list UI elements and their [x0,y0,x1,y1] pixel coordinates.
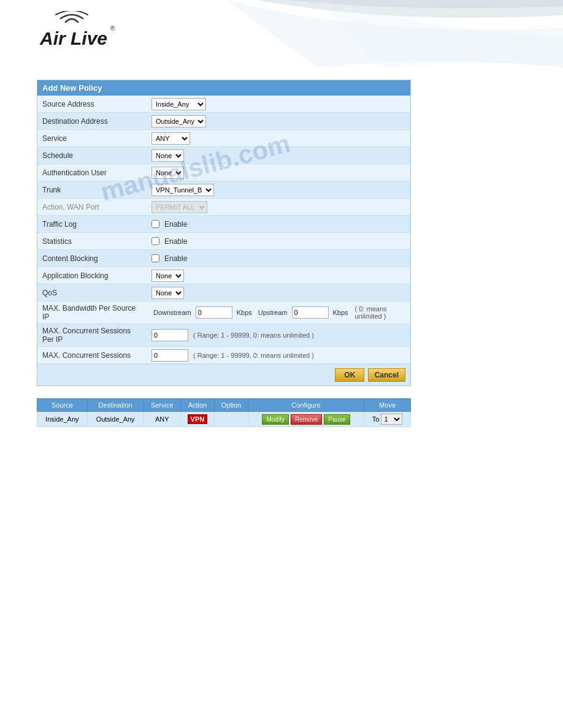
action-wan-port-label: Action, WAN Port [37,200,148,214]
row-service: ANY [144,412,180,427]
col-option: Option [215,399,248,412]
row-destination: Outside_Any [87,412,144,427]
content-blocking-checkbox[interactable] [151,254,159,262]
content-blocking-label: Content Blocking [37,252,148,265]
max-concurrent-input[interactable] [151,349,188,362]
service-label: Service [37,132,148,145]
statistics-row: Statistics Enable [37,233,410,250]
destination-address-label: Destination Address [37,115,148,128]
trunk-label: Trunk [37,183,148,197]
max-bandwidth-row: MAX. Bandwidth Per Source IP Downstream … [37,301,410,324]
source-address-row: Source Address Inside_Any Outside_Any AN… [37,96,410,113]
statistics-checkbox[interactable] [151,237,159,245]
form-title: Add New Policy [37,80,410,96]
row-move: To 1 2 3 [364,412,411,427]
downstream-input[interactable] [196,306,232,319]
schedule-row: Schedule None [37,147,410,164]
destination-address-select[interactable]: Inside_Any Outside_Any ANY [151,115,206,127]
authentication-user-row: Authentication User None [37,164,410,181]
policy-table: Source Destination Service Action Option… [37,398,411,427]
move-to-label: To [372,415,380,423]
service-row: Service ANY HTTP HTTPS [37,130,410,147]
max-concurrent-per-ip-input[interactable] [151,329,188,341]
statistics-enable-label: Enable [164,237,187,246]
source-address-select[interactable]: Inside_Any Outside_Any ANY [151,98,206,110]
content-blocking-enable-label: Enable [164,254,187,263]
authentication-user-label: Authentication User [37,166,148,180]
action-wan-port-select[interactable]: PERMIT ALL DENY [151,201,207,213]
schedule-label: Schedule [37,149,148,162]
action-wan-port-row: Action, WAN Port PERMIT ALL DENY [37,199,410,216]
form-buttons-row: OK Cancel [37,364,410,385]
destination-address-row: Destination Address Inside_Any Outside_A… [37,113,410,130]
downstream-label: Downstream [153,309,191,316]
traffic-log-row: Traffic Log Enable [37,216,410,233]
logo-area: Air Live ® [0,0,563,54]
authentication-user-select[interactable]: None [151,167,184,179]
row-action: VPN [180,412,214,427]
max-concurrent-row: MAX. Concurrent Sessions ( Range: 1 - 99… [37,347,410,364]
trunk-select[interactable]: VPN_Tunnel_B WAN1 WAN2 [151,184,214,196]
row-configure: Modify Remove Pause [248,412,364,427]
upstream-input[interactable] [292,306,329,319]
row-option [215,412,248,427]
kbps1-label: Kbps [237,309,252,316]
max-concurrent-per-ip-range: ( Range: 1 - 99999, 0: means unlimited ) [193,332,314,339]
remove-button[interactable]: Remove [291,414,322,425]
max-concurrent-range: ( Range: 1 - 99999, 0: means unlimited ) [193,352,314,359]
col-action: Action [180,399,214,412]
table-row: Inside_Any Outside_Any ANY VPN Modify Re… [37,412,411,427]
ok-button[interactable]: OK [335,368,364,382]
bandwidth-note: ( 0: means unlimited ) [355,305,407,320]
source-address-label: Source Address [37,97,148,111]
content-blocking-row: Content Blocking Enable [37,250,410,267]
max-bandwidth-label: MAX. Bandwidth Per Source IP [37,301,148,324]
traffic-log-enable-label: Enable [164,220,187,229]
col-source: Source [37,399,88,412]
move-select[interactable]: 1 2 3 [381,414,402,425]
application-blocking-row: Application Blocking None [37,267,410,284]
col-move: Move [364,399,411,412]
traffic-log-checkbox[interactable] [151,220,159,228]
qos-row: QoS None [37,284,410,301]
modify-button[interactable]: Modify [262,414,288,425]
cancel-button[interactable]: Cancel [368,368,405,382]
pause-button[interactable]: Pause [324,414,350,425]
traffic-log-label: Traffic Log [37,218,148,231]
col-service: Service [144,399,180,412]
svg-text:®: ® [110,25,115,32]
col-configure: Configure [248,399,364,412]
svg-text:Air Live: Air Live [39,28,107,48]
schedule-select[interactable]: None [151,150,184,162]
max-concurrent-per-ip-label: MAX. Concurrent Sessions Per IP [37,324,148,346]
vpn-badge: VPN [188,414,208,424]
statistics-label: Statistics [37,235,148,248]
trunk-row: Trunk VPN_Tunnel_B WAN1 WAN2 [37,181,410,199]
kbps2-label: Kbps [333,309,348,316]
qos-label: QoS [37,286,148,300]
qos-select[interactable]: None [151,287,184,299]
row-source: Inside_Any [37,412,88,427]
col-destination: Destination [87,399,144,412]
max-concurrent-per-ip-row: MAX. Concurrent Sessions Per IP ( Range:… [37,324,410,347]
application-blocking-select[interactable]: None [151,270,184,282]
service-select[interactable]: ANY HTTP HTTPS [151,132,190,145]
upstream-label: Upstream [258,309,288,316]
application-blocking-label: Application Blocking [37,269,148,282]
add-policy-form: Add New Policy Source Address Inside_Any… [37,80,411,386]
max-concurrent-label: MAX. Concurrent Sessions [37,349,148,362]
